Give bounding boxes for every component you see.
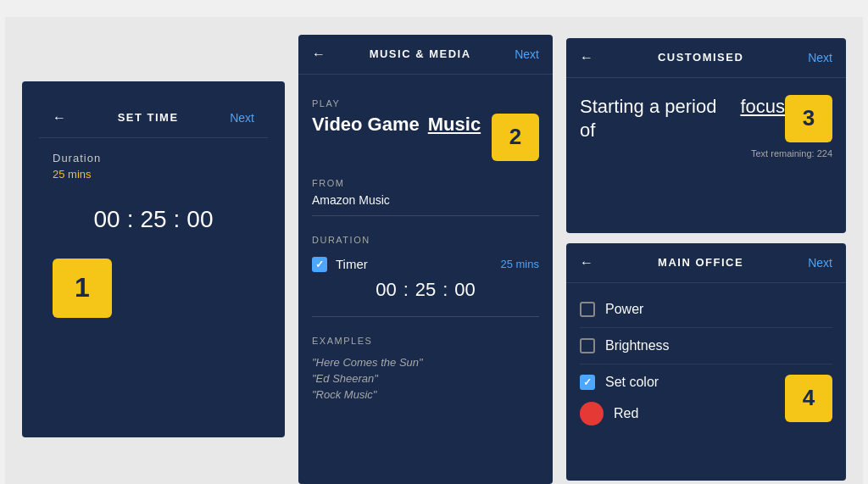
panel3-header: ← CUSTOMISED Next: [566, 38, 846, 78]
panel1-header: ← SET TIME Next: [39, 98, 268, 138]
p2-time-minutes[interactable]: 25: [415, 279, 436, 301]
check-icon: ✓: [315, 259, 324, 270]
time-display: 00 : 25 : 00: [53, 206, 254, 233]
panel-main-office: ← MAIN OFFICE Next Power Brightness: [566, 243, 846, 481]
panel2-next-button[interactable]: Next: [515, 47, 539, 61]
time-sep1: :: [127, 206, 134, 233]
panel-set-time: ← SET TIME Next Duration 25 mins 00 : 25…: [22, 81, 285, 437]
brightness-checkbox[interactable]: [580, 338, 595, 353]
play-title-prefix: Video Game: [312, 114, 420, 136]
panel4-body: Power Brightness ✓ Set color: [566, 283, 846, 481]
panel4-title: MAIN OFFICE: [593, 256, 808, 269]
panel3-next-button[interactable]: Next: [808, 51, 832, 64]
timer-checkbox[interactable]: ✓: [312, 257, 327, 272]
panel1-back-button[interactable]: ←: [53, 110, 66, 125]
power-label: Power: [605, 302, 832, 317]
panel3-body: Starting a period of focus 3 Text remain…: [566, 78, 846, 233]
play-label: PLAY: [312, 98, 539, 108]
focus-prefix: Starting a period of: [580, 95, 732, 143]
duration-value: 25 mins: [53, 168, 254, 181]
text-remaining: Text remaining: 224: [580, 148, 832, 159]
setcolor-option-row: ✓ Set color Red 4: [580, 364, 832, 439]
brightness-label: Brightness: [605, 338, 832, 353]
panel3-title: CUSTOMISED: [593, 51, 808, 64]
panel2-header: ← MUSIC & MEDIA Next: [298, 35, 553, 75]
time-hours[interactable]: 00: [93, 206, 120, 233]
color-red-label: Red: [614, 406, 785, 421]
panel3-back-button[interactable]: ←: [580, 50, 593, 65]
duration-label-p2: DURATION: [312, 235, 539, 245]
from-label: FROM: [312, 178, 539, 188]
panel1-body: Duration 25 mins 00 : 25 : 00 1: [39, 138, 268, 420]
setcolor-label: Set color: [605, 375, 785, 390]
panel4-header: ← MAIN OFFICE Next: [566, 243, 846, 283]
panel4-back-button[interactable]: ←: [580, 255, 593, 270]
color-circle-red[interactable]: [580, 402, 604, 426]
examples-list: "Here Comes the Sun" "Ed Sheeran" "Rock …: [312, 356, 539, 404]
panel4-badge: 4: [785, 375, 832, 422]
brightness-option-row: Brightness: [580, 328, 832, 364]
play-title-underline: Music: [428, 114, 481, 136]
screenshot-container: ← SET TIME Next Duration 25 mins 00 : 25…: [5, 17, 863, 484]
panel1-title: SET TIME: [66, 111, 230, 124]
play-title: Video Game Music: [312, 114, 481, 136]
from-value: Amazon Music: [312, 193, 539, 207]
p2-sep2: :: [442, 279, 448, 301]
timer-label: Timer: [336, 257, 492, 271]
example-2: "Ed Sheeran": [312, 372, 539, 385]
example-1: "Here Comes the Sun": [312, 356, 539, 369]
color-option-row: Red: [580, 398, 785, 429]
time-sep2: :: [174, 206, 181, 233]
panel2-badge: 2: [492, 114, 539, 161]
duration-label: Duration: [53, 152, 254, 164]
panel1-badge: 1: [53, 259, 112, 318]
p2-sep1: :: [403, 279, 409, 301]
setcolor-check-icon: ✓: [583, 376, 592, 388]
example-3: "Rock Music": [312, 388, 539, 401]
focus-word: focus: [740, 95, 785, 120]
panel-music-media: ← MUSIC & MEDIA Next PLAY Video Game Mus…: [298, 35, 553, 484]
setcolor-checkbox[interactable]: ✓: [580, 375, 595, 390]
right-panels: ← CUSTOMISED Next Starting a period of f…: [566, 38, 846, 481]
panel-customised: ← CUSTOMISED Next Starting a period of f…: [566, 38, 846, 233]
timer-mins: 25 mins: [500, 258, 539, 270]
panel2-body: PLAY Video Game Music 2 FROM Amazon Musi…: [298, 75, 553, 484]
power-checkbox[interactable]: [580, 302, 595, 317]
p2-time-hours[interactable]: 00: [376, 279, 396, 301]
time-seconds[interactable]: 00: [186, 206, 213, 233]
panel2-title: MUSIC & MEDIA: [326, 47, 515, 60]
power-option-row: Power: [580, 292, 832, 328]
divider2: [312, 316, 539, 317]
focus-text: Starting a period of focus: [580, 95, 785, 143]
p2-time-seconds[interactable]: 00: [454, 279, 475, 301]
examples-label: EXAMPLES: [312, 336, 539, 346]
timer-row: ✓ Timer 25 mins: [312, 257, 539, 272]
panel4-next-button[interactable]: Next: [808, 256, 832, 270]
panel2-back-button[interactable]: ←: [312, 47, 326, 62]
panel1-next-button[interactable]: Next: [230, 111, 254, 125]
time-minutes[interactable]: 25: [140, 206, 166, 233]
divider1: [312, 215, 539, 216]
time-display-p2: 00 : 25 : 00: [312, 279, 539, 301]
panel3-badge: 3: [785, 95, 832, 142]
set-color-row: ✓ Set color: [580, 375, 785, 390]
